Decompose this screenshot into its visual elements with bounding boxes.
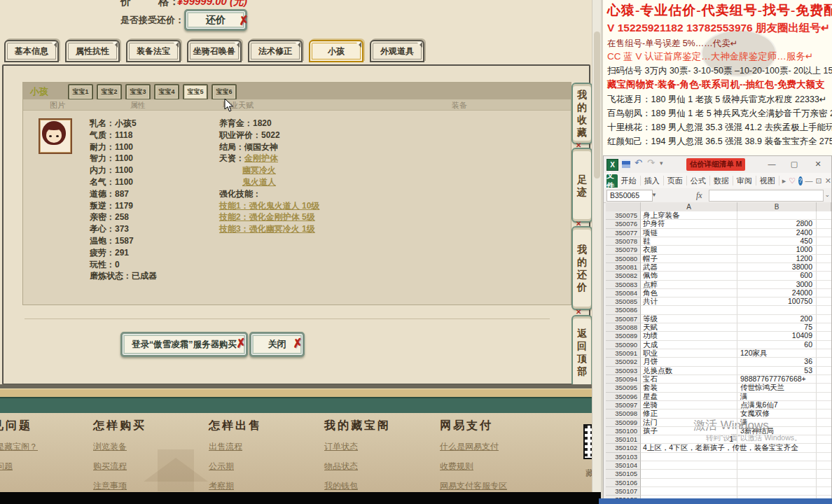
row-number[interactable]: 350084 [606,289,641,298]
cell-c[interactable] [817,220,831,228]
footer-link[interactable]: 什么是网易支付 [440,441,507,453]
main-tab[interactable]: 外观道具 [370,40,424,62]
row-number[interactable]: 350088 [606,323,641,332]
row-number[interactable]: 350105 [606,470,641,478]
row-number[interactable]: 350086 [606,306,641,314]
footer-link[interactable]: 什么是藏宝阁？ [0,441,38,453]
cell-c[interactable] [817,427,831,435]
footer-link[interactable]: 常见问题 [0,461,38,472]
row-number[interactable]: 350085 [606,298,641,306]
name-box-dropdown-icon[interactable]: ▼ [651,192,657,198]
main-tab[interactable]: 装备法宝 [126,40,181,62]
ribbon-tab[interactable]: 审阅 [733,176,756,186]
cell-b[interactable] [737,479,817,487]
row-number[interactable]: 350102 [606,444,641,452]
cell-b[interactable] [737,470,817,478]
maximize-button[interactable]: ▢ [785,158,803,170]
footer-link[interactable]: 网易支付客服专区 [440,480,507,492]
cell-c[interactable] [817,315,831,323]
cell-c[interactable] [817,384,831,392]
talent-link[interactable]: 幽冥冷火 [242,165,276,175]
baby-tab[interactable]: 宝宝5 [183,84,208,100]
row-number[interactable]: 350093 [606,367,641,375]
cell-c[interactable] [817,298,831,306]
cell-b[interactable]: 120家具 [737,349,817,358]
login-server-button[interactable]: 登录“傲雪凌霜”服务器购买 [120,332,248,357]
cell-c[interactable] [817,255,831,263]
main-tab[interactable]: 属性抗性 [65,40,120,62]
row-number[interactable]: 350076 [606,220,641,228]
cell-a[interactable]: 孩子 [641,427,737,435]
row-number[interactable]: 350075 [606,211,641,220]
select-all-corner[interactable] [606,202,641,211]
cell-a[interactable]: 衣服 [641,246,737,254]
row-number[interactable]: 350091 [606,349,641,358]
row-number[interactable]: 350082 [606,272,641,280]
cell-a[interactable]: 功绩 [641,332,737,340]
footer-link[interactable]: 注意事项 [93,480,146,492]
row-number[interactable]: 350103 [606,453,641,461]
cell-c[interactable] [817,237,831,246]
cell-b[interactable]: 600 [737,272,817,280]
cell-b[interactable]: 1000 [737,246,817,254]
footer-link[interactable]: 考察期 [209,480,262,492]
talent-link[interactable]: 鬼火道人 [242,177,276,187]
ribbon-tab[interactable]: 数据 [710,176,733,186]
cell-c[interactable] [817,393,831,401]
heart-icon[interactable]: ♡ [789,176,796,186]
row-number[interactable]: 350101 [606,435,641,444]
cell-c[interactable] [817,289,831,298]
close-window-button[interactable]: ✕ [809,158,827,170]
baby-tab[interactable]: 宝宝2 [97,84,122,100]
cell-a[interactable]: 月饼 [641,358,737,366]
cell-c[interactable] [817,487,831,496]
cell-c[interactable] [817,444,831,452]
cell-a[interactable]: 佩饰 [641,272,737,280]
cell-c[interactable] [817,358,831,366]
cell-a[interactable] [641,306,737,314]
main-tab[interactable]: 法术修正 [248,40,303,62]
side-tab[interactable]: 我的还价 [571,226,592,310]
bargain-button[interactable]: 还价 [184,9,247,31]
side-tab[interactable]: 返回顶部 [571,315,592,389]
row-number[interactable]: 350079 [606,246,641,254]
cell-a[interactable] [641,479,737,487]
side-tab[interactable]: 足迹 [571,148,592,223]
cell-a[interactable]: 4上区，4下区，老新孩子，传世，装备宝宝齐全 [641,444,737,452]
scrollbar-thumb[interactable] [594,31,600,178]
cell-b[interactable]: 10409 [737,332,817,340]
ribbon-minimize-icon[interactable]: — [805,176,813,185]
quick-access-more-icon[interactable]: ▾ [660,160,663,167]
cell-a[interactable] [641,470,737,478]
cell-c[interactable] [817,349,831,358]
cell-b[interactable]: 3000 [737,281,817,289]
row-number[interactable]: 350098 [606,410,641,418]
skill-link[interactable]: 技能2：强化金刚护体 5级 [219,212,315,222]
cell-b[interactable]: 36 [737,358,817,366]
column-header-b[interactable]: B [737,202,817,211]
minimize-button[interactable]: — [763,158,781,170]
cell-c[interactable] [817,211,831,220]
footer-link[interactable]: 公示期 [209,461,262,472]
cell-b[interactable]: 1200 [737,255,817,263]
cell-a[interactable] [641,487,737,496]
ribbon-tab[interactable]: 插入 [641,176,664,186]
row-number[interactable]: 350077 [606,229,641,237]
ribbon-restore-icon[interactable]: ⊡ [816,176,822,186]
footer-link[interactable]: 物品状态 [324,461,391,472]
cell-c[interactable] [817,263,831,272]
formula-input[interactable] [709,190,824,202]
skill-link[interactable]: 技能1：强化鬼火道人 10级 [219,201,319,211]
row-number[interactable]: 350094 [606,375,641,384]
cell-a[interactable]: 套装 [641,384,737,392]
cell-b[interactable]: 988877677767668+ [737,375,817,384]
cell-b[interactable] [737,461,817,470]
cell-c[interactable] [817,332,831,340]
cell-a[interactable]: 共计 [641,298,737,306]
redo-icon[interactable]: ↷ [647,158,655,168]
cell-c[interactable] [817,410,831,418]
side-tab[interactable]: 我的收藏 [571,83,592,144]
row-number[interactable]: 350096 [606,393,641,401]
cell-b[interactable]: 60 [737,341,817,349]
skill-link[interactable]: 技能3：强化幽冥冷火 1级 [219,224,315,234]
